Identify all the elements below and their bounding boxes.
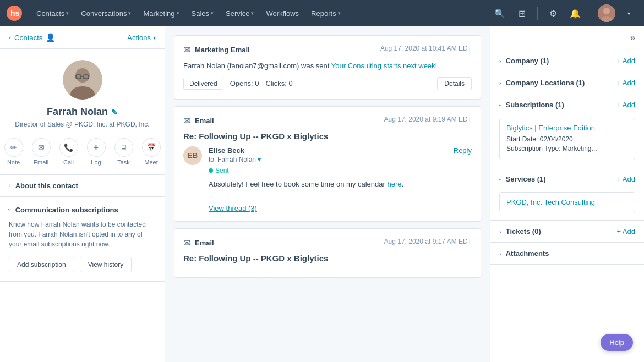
search-icon-btn[interactable]: 🔍 [491, 4, 509, 22]
subscription-type: Subscription Type: Marketing... [506, 145, 628, 152]
actions-chevron-icon: ▾ [153, 35, 156, 41]
activity-feed: ✉ Marketing Email Aug 17, 2020 at 10:41 … [165, 26, 490, 287]
email-preview: Absolutely! Feel free to book some time … [209, 179, 472, 190]
notifications-icon-btn[interactable]: 🔔 [566, 4, 584, 22]
nav-right-actions: 🔍 ⊞ ⚙ 🔔 ▾ [491, 4, 637, 22]
services-chevron-icon: › [497, 178, 504, 180]
status-badge: Delivered [183, 78, 223, 90]
dropdown-chevron-icon[interactable]: ▾ [258, 156, 261, 163]
contact-avatar [63, 60, 102, 100]
nav-reports[interactable]: Reports ▾ [305, 6, 346, 21]
subscription-title-link[interactable]: Biglytics | Enterprise Edition [506, 124, 628, 132]
profile-section: Farrah Nolan ✎ Director of Sales @ PKGD,… [0, 49, 165, 175]
collapse-panel-icon[interactable]: » [630, 33, 635, 43]
chevron-down-icon: ▾ [177, 10, 179, 16]
service-title-link[interactable]: PKGD, Inc. Tech Consulting [506, 198, 628, 206]
card-header: ✉ Marketing Email Aug 17, 2020 at 10:41 … [183, 45, 472, 55]
nav-conversations[interactable]: Conversations ▾ [75, 6, 137, 21]
attachments-chevron-icon: › [499, 250, 501, 257]
here-link[interactable]: here [387, 180, 401, 188]
nav-contacts[interactable]: Contacts ▾ [31, 6, 74, 21]
nav-items: Contacts ▾ Conversations ▾ Marketing ▾ S… [31, 6, 491, 21]
help-button[interactable]: Help [601, 334, 633, 351]
about-section-header[interactable]: › About this contact [9, 182, 156, 190]
tickets-add-link[interactable]: + Add [616, 227, 635, 235]
nav-marketing[interactable]: Marketing ▾ [138, 6, 184, 21]
action-icons-row: ✏ Note ✉ Email 📞 Call + Log 🖥 Task [4, 138, 161, 166]
view-history-button[interactable]: View history [80, 257, 132, 272]
email-inner: EB Elise Beck Reply to Farrah Nolan ▾ [183, 146, 472, 213]
company-section-header[interactable]: › Company (1) + Add [490, 50, 644, 72]
comm-subs-header[interactable]: › Communication subscriptions [9, 206, 156, 214]
actions-button[interactable]: Actions ▾ [127, 34, 156, 42]
email-subject-link[interactable]: Your Consulting starts next week! [331, 62, 437, 70]
left-panel-header: ‹ Contacts 👤 Actions ▾ [0, 26, 165, 49]
contacts-back-link[interactable]: ‹ Contacts 👤 [9, 33, 55, 42]
services-body: PKGD, Inc. Tech Consulting [490, 190, 644, 220]
email-subject: Re: Following Up -- PKGD x Biglytics [183, 131, 472, 141]
settings-icon-btn[interactable]: ⚙ [544, 4, 562, 22]
email-type-icon-2: ✉ [183, 116, 190, 126]
company-section: › Company (1) + Add [490, 50, 644, 72]
sent-badge: Sent [209, 167, 472, 174]
right-panel-top: » [490, 26, 644, 50]
services-header[interactable]: › Services (1) + Add [490, 168, 644, 190]
services-section: › Services (1) + Add PKGD, Inc. Tech Con… [490, 168, 644, 221]
email-card-3: ✉ Email Aug 17, 2020 at 9:17 AM EDT Re: … [174, 228, 481, 278]
person-icon: 👤 [46, 33, 55, 42]
subscriptions-add-link[interactable]: + Add [616, 101, 635, 109]
marketing-email-card: ✉ Marketing Email Aug 17, 2020 at 10:41 … [174, 35, 481, 100]
subscriptions-section: › Subscriptions (1) + Add Biglytics | En… [490, 94, 644, 168]
company-chevron-icon: › [499, 58, 501, 64]
chevron-down-icon: ▾ [251, 10, 254, 16]
apps-icon-btn[interactable]: ⊞ [513, 4, 531, 22]
note-icon: ✏ [4, 138, 23, 157]
nav-sales[interactable]: Sales ▾ [186, 6, 220, 21]
opens-stat: Opens: 0 [230, 79, 259, 87]
log-action[interactable]: + Log [87, 138, 106, 166]
email-ellipsis: -- [209, 191, 472, 200]
nav-service[interactable]: Service ▾ [220, 6, 259, 21]
meet-action[interactable]: 📅 Meet [142, 138, 161, 166]
add-subscription-button[interactable]: Add subscription [9, 257, 74, 272]
chevron-down-icon: ▾ [211, 10, 214, 16]
meet-icon: 📅 [142, 138, 161, 157]
account-chevron-icon[interactable]: ▾ [620, 4, 637, 22]
user-avatar[interactable] [598, 4, 615, 22]
tickets-section: › Tickets (0) + Add [490, 221, 644, 243]
reply-link[interactable]: Reply [454, 146, 472, 155]
back-arrow-icon: ‹ [9, 34, 11, 41]
subscriptions-header[interactable]: › Subscriptions (1) + Add [490, 94, 644, 116]
call-action[interactable]: 📞 Call [59, 138, 78, 166]
comm-subs-chevron-icon: › [7, 209, 13, 211]
attachments-header[interactable]: › Attachments [490, 243, 644, 264]
card-header-3: ✉ Email Aug 17, 2020 at 9:17 AM EDT [183, 238, 472, 248]
details-button[interactable]: Details [437, 77, 472, 90]
email-subject-3: Re: Following Up -- PKGD x Biglytics [183, 254, 472, 263]
services-add-link[interactable]: + Add [616, 175, 635, 183]
locations-add-link[interactable]: + Add [616, 79, 635, 87]
company-add-link[interactable]: + Add [616, 57, 635, 65]
nav-divider [537, 7, 538, 20]
about-chevron-icon: › [9, 182, 11, 189]
nav-workflows[interactable]: Workflows [260, 6, 304, 21]
main-content: ✉ Marketing Email Aug 17, 2020 at 10:41 … [165, 26, 490, 362]
email-from-row: Elise Beck Reply [209, 146, 472, 155]
tickets-header[interactable]: › Tickets (0) + Add [490, 221, 644, 242]
phone-icon: 📞 [59, 138, 78, 157]
note-action[interactable]: ✏ Note [4, 138, 23, 166]
view-thread-link[interactable]: View thread (3) [209, 204, 257, 212]
email-type-icon: ✉ [183, 45, 190, 55]
edit-icon[interactable]: ✎ [111, 108, 118, 117]
email-icon: ✉ [32, 138, 51, 157]
svg-point-3 [603, 8, 610, 14]
company-locations-header[interactable]: › Company Locations (1) + Add [490, 72, 644, 94]
chevron-down-icon: ▾ [338, 10, 341, 16]
hubspot-logo[interactable]: hs [7, 6, 22, 21]
task-action[interactable]: 🖥 Task [114, 138, 133, 166]
card-meta: Delivered Opens: 0 Clicks: 0 Details [183, 77, 472, 90]
email-action[interactable]: ✉ Email [32, 138, 51, 166]
service-card: PKGD, Inc. Tech Consulting [499, 192, 635, 212]
subscriptions-body: Biglytics | Enterprise Edition Start Dat… [490, 116, 644, 168]
comm-subs-description: Know how Farrah Nolan wants to be contac… [9, 220, 156, 249]
